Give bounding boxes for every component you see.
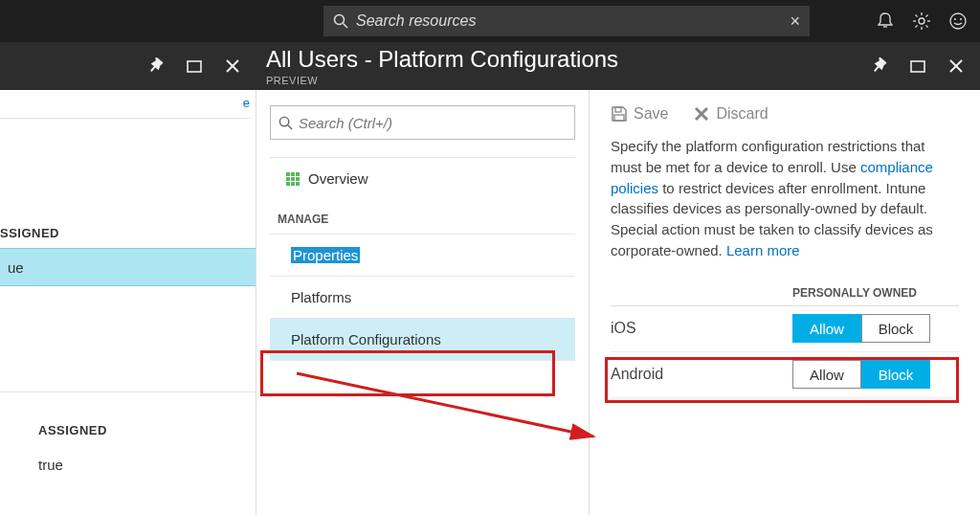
platform-table: PERSONALLY OWNED iOS Allow Block Android…: [611, 286, 959, 398]
nav-platforms-label: Platforms: [291, 289, 351, 305]
assigned-value: true: [0, 445, 256, 483]
nav-properties[interactable]: Properties: [270, 235, 575, 277]
topbar-spacer: [0, 0, 323, 42]
command-bar: Save Discard: [611, 105, 959, 123]
svg-point-14: [960, 18, 962, 20]
blade-title: All Users - Platform Configurations: [266, 46, 618, 73]
assigned-label: ASSIGNED: [0, 402, 256, 445]
discard-button[interactable]: Discard: [693, 105, 768, 123]
topbar-icons: [867, 0, 980, 42]
blade-search[interactable]: Search (Ctrl+/): [270, 105, 575, 140]
blade-search-placeholder: Search (Ctrl+/): [299, 115, 392, 131]
clear-icon[interactable]: ×: [790, 11, 800, 32]
cutoff-link[interactable]: e: [0, 90, 250, 119]
svg-rect-28: [296, 177, 300, 181]
prev-blade-controls: [0, 56, 256, 77]
grid-icon: [278, 172, 308, 186]
feedback-smiley-icon[interactable]: [940, 0, 976, 42]
blade-header: All Users - Platform Configurations PREV…: [0, 42, 980, 90]
col-personally-owned: PERSONALLY OWNED: [792, 286, 917, 300]
save-icon: [611, 105, 628, 123]
svg-rect-31: [296, 182, 300, 186]
maximize-icon[interactable]: [907, 56, 928, 77]
assigned-value-selected[interactable]: ue: [0, 248, 256, 286]
blade-controls: [869, 56, 980, 77]
nav-section-manage: MANAGE: [270, 199, 575, 235]
settings-gear-icon[interactable]: [903, 0, 940, 42]
global-search[interactable]: Search resources ×: [323, 6, 810, 36]
nav-overview-label: Overview: [308, 170, 368, 187]
svg-line-22: [288, 124, 292, 128]
annotation-box-nav: [260, 350, 555, 396]
blade-nav: Search (Ctrl+/) Overview MANAGE Properti…: [256, 90, 590, 515]
ios-block-button[interactable]: Block: [861, 314, 930, 343]
svg-line-1: [344, 24, 348, 29]
annotation-box-android: [605, 357, 959, 403]
svg-rect-25: [296, 172, 300, 176]
description-text: Specify the platform configuration restr…: [611, 136, 959, 261]
svg-rect-24: [291, 172, 295, 176]
prev-blade-panel: e SSIGNED ue ASSIGNED true: [0, 90, 256, 515]
toggle-ios: Allow Block: [792, 314, 930, 343]
notifications-icon[interactable]: [867, 0, 903, 42]
global-topbar: Search resources ×: [0, 0, 980, 42]
search-icon: [278, 116, 293, 130]
svg-rect-27: [291, 177, 295, 181]
nav-platforms[interactable]: Platforms: [270, 277, 575, 319]
nav-platform-configurations-label: Platform Configurations: [291, 331, 441, 347]
svg-rect-15: [188, 61, 201, 72]
svg-rect-29: [286, 182, 290, 186]
search-icon: [333, 13, 348, 29]
global-search-placeholder: Search resources: [356, 12, 790, 30]
discard-icon: [693, 105, 710, 123]
svg-line-9: [925, 25, 927, 27]
nav-properties-label: Properties: [291, 247, 360, 263]
svg-line-11: [925, 15, 927, 17]
maximize-icon[interactable]: [184, 56, 205, 77]
save-button[interactable]: Save: [611, 105, 668, 123]
svg-point-13: [954, 18, 956, 20]
discard-label: Discard: [716, 105, 768, 123]
ios-allow-button[interactable]: Allow: [792, 314, 861, 343]
save-label: Save: [634, 105, 668, 123]
svg-point-12: [950, 13, 966, 29]
svg-rect-18: [911, 61, 924, 72]
svg-rect-33: [614, 115, 624, 121]
svg-point-0: [335, 15, 345, 25]
svg-rect-23: [286, 172, 290, 176]
learn-more-link[interactable]: Learn more: [726, 242, 800, 258]
platform-ios: iOS: [611, 320, 792, 337]
blade-subtitle: PREVIEW: [266, 75, 618, 86]
svg-line-10: [916, 25, 918, 27]
pin-icon[interactable]: [869, 56, 890, 77]
nav-overview[interactable]: Overview: [270, 157, 575, 199]
svg-point-3: [919, 18, 924, 24]
blade-title-wrap: All Users - Platform Configurations PREV…: [256, 46, 869, 86]
svg-rect-26: [286, 177, 290, 181]
close-icon[interactable]: [222, 56, 243, 77]
svg-line-8: [916, 15, 918, 17]
close-icon[interactable]: [946, 56, 967, 77]
assigned-label-cut: SSIGNED: [0, 205, 256, 248]
main-area: e SSIGNED ue ASSIGNED true Search (Ctrl+…: [0, 90, 980, 515]
svg-rect-30: [291, 182, 295, 186]
svg-point-21: [279, 117, 288, 125]
table-row-ios: iOS Allow Block: [611, 306, 959, 352]
pin-icon[interactable]: [145, 56, 167, 77]
blade-content: Save Discard Specify the platform config…: [590, 90, 980, 515]
